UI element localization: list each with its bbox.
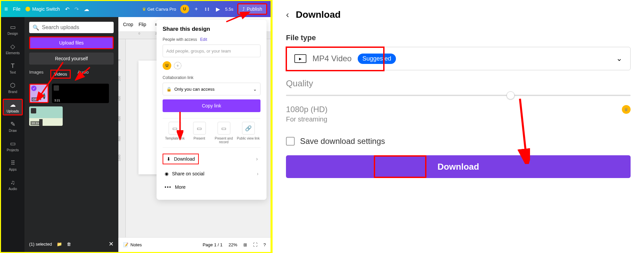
draw-icon: ✎ (10, 120, 15, 128)
present-option[interactable]: ▭Present (188, 122, 211, 144)
projects-icon: ▭ (10, 140, 16, 147)
filetype-label: File type (286, 33, 631, 42)
elements-icon: ◇ (10, 43, 15, 50)
download-icon: ⬇ (167, 156, 171, 162)
upload-thumb-video1[interactable]: 3:21 (52, 84, 109, 103)
trash-icon[interactable]: 🗑 (67, 242, 71, 247)
sidebar-elements[interactable]: ◇Elements (3, 40, 23, 57)
upload-thumb-gif[interactable]: 📢 GIF (29, 84, 49, 103)
canvas-footer: 📝 Notes Page 1 / 1 22% ⊞ ⛶ ? (118, 237, 271, 252)
upload-thumb-video2[interactable]: 10.1s (29, 106, 63, 126)
sidebar-text[interactable]: TText (3, 60, 23, 77)
sidebar-uploads[interactable]: ☁Uploads (3, 99, 23, 115)
chevron-down-icon: ⌄ (616, 54, 622, 63)
uploads-tabs: Images Videos Audio (29, 70, 114, 79)
tab-images[interactable]: Images (29, 70, 44, 79)
crown-icon: ♛ (142, 7, 146, 12)
play-icon[interactable]: ▶ (215, 6, 221, 12)
sidebar-draw[interactable]: ✎Draw (3, 118, 23, 135)
user-avatar-small[interactable]: U (163, 61, 171, 70)
edit-access-link[interactable]: Edit (200, 37, 207, 42)
notes-icon: 📝 (123, 242, 128, 247)
chevron-down-icon: ⌄ (253, 87, 257, 92)
sidebar-brand[interactable]: ⬡Brand (3, 79, 23, 96)
search-icon: 🔍 (33, 24, 39, 31)
slider-thumb[interactable] (507, 91, 515, 99)
sparkle-icon (25, 7, 30, 11)
page-info: Page 1 / 1 (202, 242, 222, 247)
help-icon[interactable]: ? (264, 242, 266, 247)
flip-button[interactable]: Flip (138, 22, 146, 27)
social-icon: ◉ (165, 171, 169, 176)
design-icon: ▭ (10, 23, 16, 31)
share-panel: Share this design People with access Edi… (157, 20, 267, 200)
more-option[interactable]: ••• More (163, 180, 260, 194)
grid-icon[interactable]: ⊞ (243, 242, 247, 247)
sidebar-audio[interactable]: ♫Audio (3, 176, 23, 193)
ruler-vertical: 0 200 400 600 800 1000 (118, 39, 126, 237)
access-dropdown[interactable]: 🔒 Only you can access ⌄ (163, 83, 260, 95)
video-icon: ▶ (294, 54, 306, 63)
fullscreen-icon[interactable]: ⛶ (253, 242, 257, 247)
publish-button[interactable]: ⤴ Publish (237, 3, 267, 15)
filetype-dropdown[interactable]: ▶ MP4 Video Suggested ⌄ (286, 47, 631, 70)
file-menu[interactable]: File (13, 6, 21, 12)
sidebar-apps[interactable]: ⠿Apps (3, 157, 23, 174)
download-title: Download (296, 9, 341, 20)
get-pro-button[interactable]: ♛ Get Canva Pro (142, 7, 176, 12)
uploads-panel: 🔍 Search uploads Upload files Record you… (24, 17, 118, 252)
collab-label: Collaboration link (163, 75, 260, 80)
brand-icon: ⬡ (10, 82, 15, 89)
quality-label: Quality (286, 78, 631, 89)
save-settings-checkbox[interactable] (286, 137, 295, 146)
present-icon: ▭ (193, 122, 206, 135)
quality-description: For streaming (286, 115, 631, 123)
crop-button[interactable]: Crop (123, 22, 133, 27)
copy-link-button[interactable]: Copy link (163, 99, 260, 112)
present-record-option[interactable]: ▭Present and record (212, 122, 236, 144)
apps-icon: ⠿ (11, 159, 15, 167)
notes-button[interactable]: 📝 Notes (123, 242, 142, 247)
template-icon: ▭ (169, 122, 181, 135)
cloud-sync-icon[interactable]: ☁ (84, 6, 89, 12)
sidebar-projects[interactable]: ▭Projects (3, 138, 23, 154)
add-people-input[interactable]: Add people, groups, or your team (163, 45, 260, 57)
download-option[interactable]: ⬇ Download (163, 154, 199, 164)
user-avatar[interactable]: U (180, 5, 189, 13)
close-icon[interactable]: ✕ (109, 240, 114, 248)
people-access-label: People with access Edit (163, 37, 260, 42)
share-social-option[interactable]: ◉ Share on social › (163, 167, 260, 180)
lock-icon: 🔒 (166, 87, 172, 92)
magic-switch-button[interactable]: Magic Switch (25, 6, 60, 12)
suggested-badge: Suggested (358, 54, 396, 64)
add-person-button[interactable]: + (174, 62, 181, 69)
download-button[interactable]: Download (286, 155, 631, 178)
upload-files-button[interactable]: Upload files (29, 36, 114, 49)
download-panel: ‹ Download File type ▶ MP4 Video Suggest… (272, 0, 644, 253)
plus-icon[interactable]: + (193, 6, 200, 12)
record-icon: ▭ (218, 122, 230, 135)
selected-count: (1) selected (29, 242, 52, 247)
redo-icon[interactable]: ↷ (74, 6, 79, 12)
tab-audio[interactable]: Audio (77, 70, 89, 79)
left-sidebar: ▭Design ◇Elements TText ⬡Brand ☁Uploads … (1, 17, 24, 252)
upload-icon: ⤴ (242, 6, 245, 12)
quality-slider[interactable] (286, 95, 631, 96)
uploads-icon: ☁ (10, 101, 16, 108)
duration-label: 5.5s (225, 7, 234, 12)
public-link-option[interactable]: 🔗Public view link (237, 122, 260, 144)
hamburger-icon[interactable]: ≡ (4, 6, 8, 13)
chevron-right-icon: › (256, 156, 260, 162)
template-link-option[interactable]: ▭Template link (163, 122, 187, 144)
tab-videos[interactable]: Videos (50, 70, 71, 79)
undo-icon[interactable]: ↶ (65, 6, 69, 12)
record-yourself-button[interactable]: Record yourself (29, 53, 114, 65)
chart-icon[interactable]: ⫾⫾ (204, 6, 211, 12)
zoom-level[interactable]: 22% (229, 242, 237, 247)
back-button[interactable]: ‹ (286, 9, 289, 20)
folder-icon[interactable]: 📁 (57, 242, 62, 247)
search-input[interactable]: 🔍 Search uploads (29, 22, 114, 33)
sidebar-design[interactable]: ▭Design (3, 21, 23, 38)
top-toolbar: ≡ File Magic Switch ↶ ↷ ☁ ♛ Get Canva Pr… (1, 1, 271, 17)
save-settings-label: Save download settings (300, 137, 385, 146)
